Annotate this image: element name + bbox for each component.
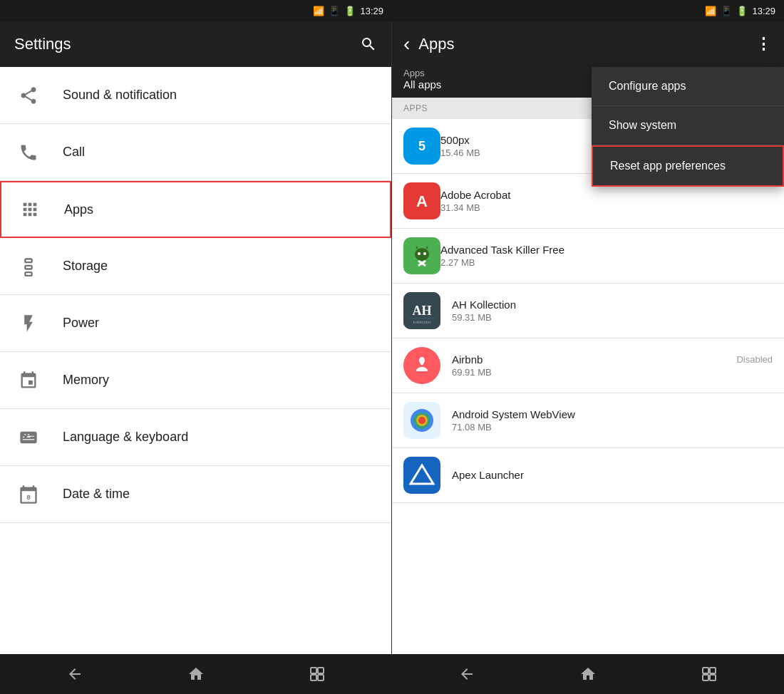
app-icon-airbnb bbox=[403, 347, 440, 384]
battery-icon-left: 🔋 bbox=[344, 6, 356, 16]
app-info-apex: Apex Launcher bbox=[452, 469, 773, 482]
app-disabled-airbnb: Disabled bbox=[736, 354, 773, 365]
wifi-icon-left: 📶 bbox=[313, 6, 324, 16]
svg-text:AH: AH bbox=[413, 304, 432, 318]
bottom-nav bbox=[0, 654, 784, 694]
bottom-nav-right bbox=[392, 654, 784, 694]
app-icon-task-killer bbox=[403, 237, 440, 274]
svg-rect-23 bbox=[311, 668, 316, 673]
app-size-task-killer: 2.27 MB bbox=[440, 257, 773, 268]
app-size-adobe: 31.34 MB bbox=[440, 202, 773, 213]
svg-rect-29 bbox=[703, 675, 708, 680]
app-name-task-killer: Advanced Task Killer Free bbox=[440, 244, 773, 256]
time-right: 13:29 bbox=[752, 6, 775, 16]
apps-header-left: ‹ Apps bbox=[403, 34, 454, 54]
wifi-icon-right: 📶 bbox=[705, 6, 716, 16]
app-icon-adobe: A bbox=[403, 182, 440, 219]
storage-label: Storage bbox=[63, 259, 108, 274]
app-info-webview: Android System WebView 71.08 MB bbox=[452, 408, 773, 433]
settings-list: Sound & notification Call Apps bbox=[0, 67, 391, 654]
signal-icon-right: 📱 bbox=[721, 6, 732, 16]
apps-panel: ‹ Apps ⋮ Apps All apps APPS bbox=[392, 21, 784, 654]
svg-rect-25 bbox=[311, 675, 316, 680]
app-list: 5 500px 15.46 MB A Adobe Acrobat bbox=[392, 119, 784, 654]
app-name-apex: Apex Launcher bbox=[452, 469, 773, 481]
call-icon bbox=[14, 138, 43, 167]
battery-icon-right: 🔋 bbox=[736, 6, 748, 16]
svg-point-8 bbox=[423, 252, 426, 255]
apps-icon bbox=[16, 195, 44, 224]
apps-label: Apps bbox=[64, 202, 93, 217]
app-name-airbnb: Airbnb bbox=[452, 353, 483, 366]
recents-nav-right[interactable] bbox=[692, 657, 726, 691]
search-button[interactable] bbox=[360, 36, 377, 53]
settings-item-power[interactable]: Power bbox=[0, 295, 391, 352]
apps-tab-selected[interactable]: All apps bbox=[403, 78, 441, 90]
app-name-ah: AH Kollection bbox=[452, 299, 773, 311]
svg-rect-26 bbox=[318, 675, 324, 680]
more-button[interactable]: ⋮ bbox=[755, 35, 773, 53]
app-item-ah[interactable]: AH kollection AH Kollection 59.31 MB bbox=[392, 284, 784, 338]
svg-text:5: 5 bbox=[418, 139, 425, 153]
settings-item-sound[interactable]: Sound & notification bbox=[0, 67, 391, 124]
sound-label: Sound & notification bbox=[63, 88, 177, 103]
memory-icon bbox=[14, 366, 43, 395]
app-info-task-killer: Advanced Task Killer Free 2.27 MB bbox=[440, 244, 773, 268]
svg-point-20 bbox=[418, 417, 425, 424]
app-icon-webview bbox=[403, 402, 440, 439]
app-item-webview[interactable]: Android System WebView 71.08 MB bbox=[392, 393, 784, 448]
app-item-airbnb[interactable]: Airbnb Disabled 69.91 MB bbox=[392, 338, 784, 393]
svg-text:kollection: kollection bbox=[413, 320, 430, 324]
status-bar: 📶 📱 🔋 13:29 📶 📱 🔋 13:29 bbox=[0, 0, 784, 21]
back-nav-left[interactable] bbox=[58, 657, 92, 691]
settings-item-apps[interactable]: Apps bbox=[0, 181, 391, 238]
storage-icon bbox=[14, 252, 43, 281]
home-nav-right[interactable] bbox=[571, 657, 605, 691]
dropdown-item-show-system[interactable]: Show system bbox=[592, 106, 784, 145]
settings-header: Settings bbox=[0, 21, 391, 67]
svg-rect-30 bbox=[710, 675, 716, 680]
svg-point-6 bbox=[415, 248, 429, 261]
app-size-airbnb: 69.91 MB bbox=[452, 367, 773, 378]
home-nav-left[interactable] bbox=[179, 657, 213, 691]
svg-text:8: 8 bbox=[26, 494, 30, 501]
settings-item-language[interactable]: Language & keyboard bbox=[0, 409, 391, 466]
language-icon bbox=[14, 423, 43, 452]
section-header-label: APPS bbox=[403, 103, 428, 113]
settings-item-storage[interactable]: Storage bbox=[0, 238, 391, 295]
call-label: Call bbox=[63, 145, 85, 160]
settings-item-memory[interactable]: Memory bbox=[0, 352, 391, 409]
recents-nav-left[interactable] bbox=[300, 657, 334, 691]
app-info-adobe: Adobe Acrobat 31.34 MB bbox=[440, 189, 773, 213]
settings-title: Settings bbox=[14, 35, 71, 53]
time-left: 13:29 bbox=[360, 6, 383, 16]
app-name-adobe: Adobe Acrobat bbox=[440, 189, 773, 201]
app-info-ah: AH Kollection 59.31 MB bbox=[452, 299, 773, 323]
apps-title: Apps bbox=[418, 35, 454, 53]
back-nav-right[interactable] bbox=[450, 657, 484, 691]
dropdown-item-configure[interactable]: Configure apps bbox=[592, 67, 784, 106]
back-button[interactable]: ‹ bbox=[403, 34, 410, 54]
signal-icon-left: 📱 bbox=[329, 6, 340, 16]
power-icon bbox=[14, 309, 43, 338]
screens-container: Settings Sound & notification bbox=[0, 21, 784, 654]
app-icon-500px: 5 bbox=[403, 128, 440, 165]
app-icon-apex bbox=[403, 457, 440, 494]
svg-rect-28 bbox=[710, 668, 716, 673]
left-status: 📶 📱 🔋 13:29 bbox=[0, 0, 392, 21]
datetime-label: Date & time bbox=[63, 487, 130, 502]
svg-text:A: A bbox=[416, 192, 428, 210]
app-size-webview: 71.08 MB bbox=[452, 422, 773, 433]
apps-tab-label[interactable]: Apps bbox=[403, 68, 425, 78]
dropdown-item-reset[interactable]: Reset app preferences bbox=[592, 145, 784, 187]
app-name-webview: Android System WebView bbox=[452, 408, 773, 420]
settings-item-call[interactable]: Call bbox=[0, 124, 391, 181]
settings-item-datetime[interactable]: 8 Date & time bbox=[0, 466, 391, 523]
app-item-task-killer[interactable]: Advanced Task Killer Free 2.27 MB bbox=[392, 229, 784, 284]
language-label: Language & keyboard bbox=[63, 430, 188, 445]
settings-panel: Settings Sound & notification bbox=[0, 21, 392, 654]
app-info-airbnb: Airbnb Disabled 69.91 MB bbox=[452, 353, 773, 378]
sound-icon bbox=[14, 81, 43, 110]
app-item-apex[interactable]: Apex Launcher bbox=[392, 448, 784, 503]
svg-rect-27 bbox=[703, 668, 708, 673]
